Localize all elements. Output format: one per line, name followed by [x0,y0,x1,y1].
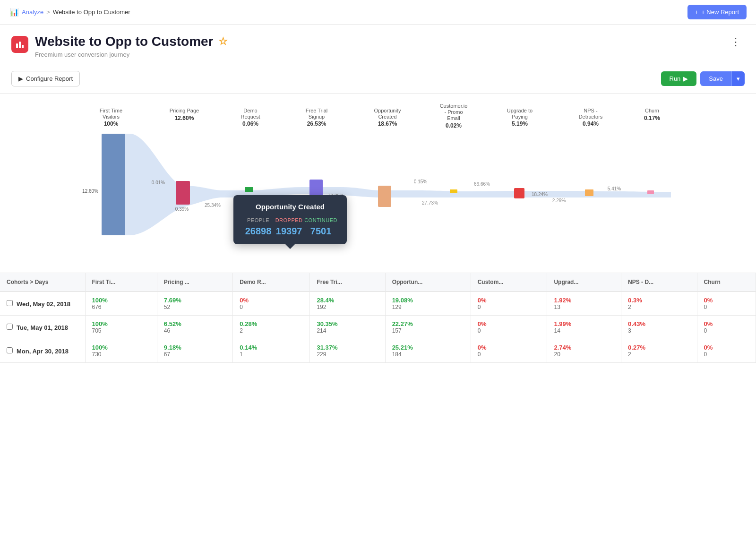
svg-rect-0 [16,43,18,48]
cell-pct: 6.52% [164,320,226,327]
data-cell: 0%0 [471,339,547,363]
cell-num: 52 [164,304,226,310]
cell-num: 2 [628,304,690,310]
cell-pct: 1.99% [554,320,614,327]
svg-rect-2 [22,45,24,48]
col-header-2: Pricing ... [157,273,233,292]
col-header-4: Free Tri... [310,273,385,292]
run-button[interactable]: Run ▶ [661,71,697,86]
col-header-6: Custom... [471,273,547,292]
cell-num: 0 [704,351,749,358]
cell-num: 676 [92,304,150,310]
data-cell: 0.28%2 [233,316,310,339]
data-cell: 30.35%214 [310,316,385,339]
cell-pct: 0.28% [240,320,303,327]
cell-pct: 100% [92,320,150,327]
cell-pct: 0.43% [628,320,690,327]
col-header-1: First Ti... [85,273,157,292]
new-report-label: + New Report [701,9,739,16]
data-cell: 0.43%3 [621,316,697,339]
svg-rect-45 [514,188,524,198]
svg-text:100%: 100% [104,120,119,127]
cell-num: 14 [554,327,614,334]
cell-num: 0 [478,351,541,358]
more-options-button[interactable]: ⋮ [727,34,745,50]
col-header-3: Demo R... [233,273,310,292]
new-report-button[interactable]: + + New Report [687,5,747,19]
svg-text:Visitors: Visitors [103,114,120,120]
tooltip-title: Opportunity Created [243,203,337,211]
cell-num: 0 [478,327,541,334]
cell-pct: 31.37% [317,344,378,351]
title-text: Website to Opp to Customer [35,34,214,49]
cell-num: 2 [240,327,303,334]
svg-text:Opportunity: Opportunity [374,108,401,113]
tooltip-people-label: PEOPLE [243,217,274,223]
row-checkbox[interactable] [7,324,13,330]
data-cell: 100%705 [85,316,157,339]
tooltip-people-value: 26898 [243,226,274,237]
page-header: Website to Opp to Customer ☆ Freemium us… [0,25,756,64]
cell-num: 214 [317,327,378,334]
cohort-cell: Mon, Apr 30, 2018 [0,339,85,363]
svg-text:Detractors: Detractors [579,114,603,120]
tooltip-row: PEOPLE 26898 DROPPED 19397 CONTINUED 750… [243,217,337,237]
svg-rect-40 [378,186,391,207]
save-button[interactable]: Save [700,71,731,86]
save-button-group: Save ▾ [700,71,745,86]
svg-text:0.01%: 0.01% [152,180,165,185]
cell-pct: 2.74% [554,344,614,351]
svg-text:Created: Created [378,114,396,120]
cell-num: 20 [554,351,614,358]
svg-text:0.17%: 0.17% [644,115,660,121]
cell-pct: 0.14% [240,344,303,351]
svg-rect-32 [176,181,190,205]
svg-text:0.06%: 0.06% [242,120,258,127]
favorite-icon[interactable]: ☆ [218,35,228,48]
row-checkbox[interactable] [7,300,13,306]
configure-label: Configure Report [26,75,73,82]
svg-text:0.15%: 0.15% [414,179,427,184]
cell-pct: 0% [478,344,541,351]
page-subtitle: Freemium user conversion journey [35,51,228,58]
data-cell: 25.21%184 [385,339,471,363]
new-report-icon: + [695,9,699,16]
cell-pct: 0.27% [628,344,690,351]
data-cell: 0%0 [697,316,756,339]
tooltip-dropped-label: DROPPED [274,217,304,223]
data-cell: 0%0 [697,292,756,316]
page-title: Website to Opp to Customer ☆ [35,34,228,49]
data-cell: 1.92%13 [547,292,621,316]
cell-pct: 9.18% [164,344,226,351]
svg-text:NPS -: NPS - [584,108,598,113]
cell-pct: 28.4% [317,297,378,304]
cohort-label: Wed, May 02, 2018 [17,300,70,308]
cell-num: 705 [92,327,150,334]
tooltip-continued-label: CONTINUED [304,217,337,223]
svg-text:12.60%: 12.60% [175,115,194,121]
cell-pct: 0% [704,320,749,327]
cell-pct: 0.3% [628,297,690,304]
configure-report-button[interactable]: ▶ Configure Report [11,71,80,86]
cell-num: 192 [317,304,378,310]
save-dropdown-button[interactable]: ▾ [731,71,745,86]
svg-text:Demo: Demo [243,108,257,113]
cell-num: 0 [240,304,303,310]
breadcrumb: 📊 Analyze > Website to Opp to Customer [9,8,130,17]
cell-num: 0 [478,304,541,310]
cohorts-table: Cohorts > Days First Ti... Pricing ... D… [0,273,756,363]
table-row: Mon, Apr 30, 2018100%7309.18%670.14%131.… [0,339,756,363]
cell-pct: 0% [478,320,541,327]
cell-num: 13 [554,304,614,310]
data-cell: 0.3%2 [621,292,697,316]
svg-text:0.39%: 0.39% [175,206,189,212]
cell-num: 0 [704,327,749,334]
report-icon [11,36,28,53]
tooltip-continued: CONTINUED 7501 [304,217,337,237]
cell-pct: 0% [478,297,541,304]
row-checkbox[interactable] [7,347,13,353]
svg-text:25.34%: 25.34% [205,203,221,208]
svg-text:18.67%: 18.67% [378,120,397,127]
analyze-link[interactable]: Analyze [22,9,43,16]
svg-text:5.41%: 5.41% [608,186,621,191]
